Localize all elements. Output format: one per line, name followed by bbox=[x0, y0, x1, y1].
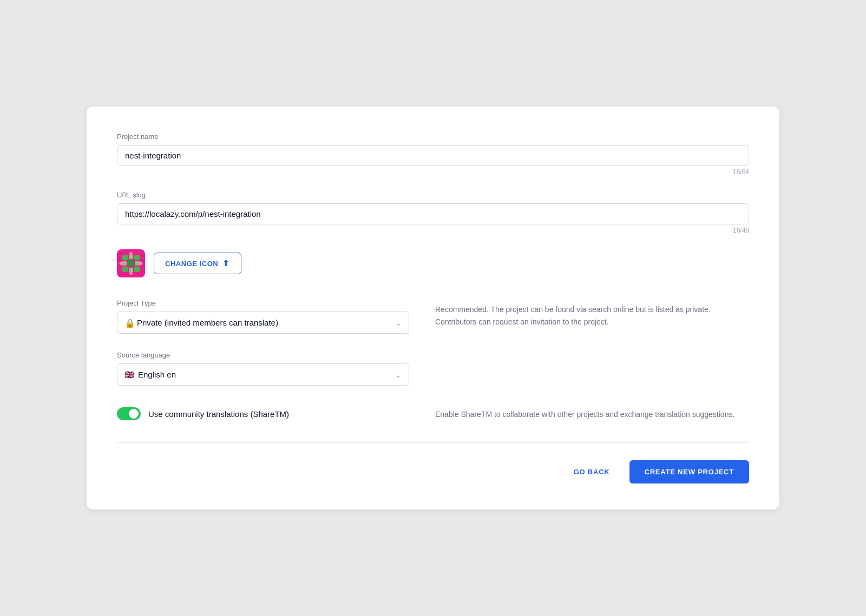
svg-rect-6 bbox=[128, 260, 134, 267]
project-name-char-count: 16/64 bbox=[117, 168, 749, 176]
share-tm-row: Use community translations (ShareTM) Ena… bbox=[117, 407, 749, 420]
url-slug-input[interactable] bbox=[117, 203, 749, 224]
upload-icon: ⬆ bbox=[222, 259, 230, 268]
share-tm-description: Enable ShareTM to collaborate with other… bbox=[435, 407, 749, 420]
project-type-label: Project Type bbox=[117, 299, 409, 307]
project-name-label: Project name bbox=[117, 133, 749, 141]
share-tm-left: Use community translations (ShareTM) bbox=[117, 407, 409, 420]
go-back-button[interactable]: GO BACK bbox=[565, 462, 619, 481]
source-language-description bbox=[435, 351, 749, 386]
source-language-section: Source language 🇬🇧 English en Spanish es… bbox=[117, 351, 749, 386]
project-settings-card: Project name 16/64 URL slug 16/48 bbox=[87, 107, 779, 509]
url-slug-label: URL slug bbox=[117, 191, 749, 199]
icon-row: CHANGE ICON ⬆ bbox=[117, 249, 749, 277]
url-slug-group: URL slug 16/48 bbox=[117, 191, 749, 234]
change-icon-label: CHANGE ICON bbox=[165, 260, 218, 268]
project-name-input[interactable] bbox=[117, 145, 749, 166]
svg-rect-10 bbox=[134, 267, 140, 272]
url-slug-wrapper bbox=[117, 203, 749, 224]
change-icon-button[interactable]: CHANGE ICON ⬆ bbox=[154, 253, 241, 274]
project-name-group: Project name 16/64 bbox=[117, 133, 749, 176]
create-project-button[interactable]: CREATE NEW PROJECT bbox=[629, 460, 749, 483]
svg-rect-2 bbox=[122, 255, 128, 260]
footer-actions: GO BACK CREATE NEW PROJECT bbox=[117, 442, 749, 483]
project-icon bbox=[117, 249, 145, 277]
source-language-select[interactable]: English en Spanish es French fr bbox=[117, 363, 409, 386]
project-type-description: Recommended. The project can be found vi… bbox=[435, 299, 749, 334]
source-language-select-wrapper: 🇬🇧 English en Spanish es French fr ⌄ bbox=[117, 363, 409, 386]
project-type-select[interactable]: Private (invited members can translate) … bbox=[117, 312, 409, 334]
project-type-select-wrapper: 🔒 Private (invited members can translate… bbox=[117, 312, 409, 334]
share-tm-toggle[interactable] bbox=[117, 407, 141, 420]
svg-rect-4 bbox=[134, 255, 140, 260]
url-slug-char-count: 16/48 bbox=[117, 227, 749, 234]
project-type-left: Project Type 🔒 Private (invited members … bbox=[117, 299, 409, 334]
project-type-section: Project Type 🔒 Private (invited members … bbox=[117, 299, 749, 334]
source-language-label: Source language bbox=[117, 351, 409, 359]
source-language-left: Source language 🇬🇧 English en Spanish es… bbox=[117, 351, 409, 386]
share-tm-label: Use community translations (ShareTM) bbox=[148, 409, 289, 419]
svg-rect-8 bbox=[122, 267, 128, 272]
